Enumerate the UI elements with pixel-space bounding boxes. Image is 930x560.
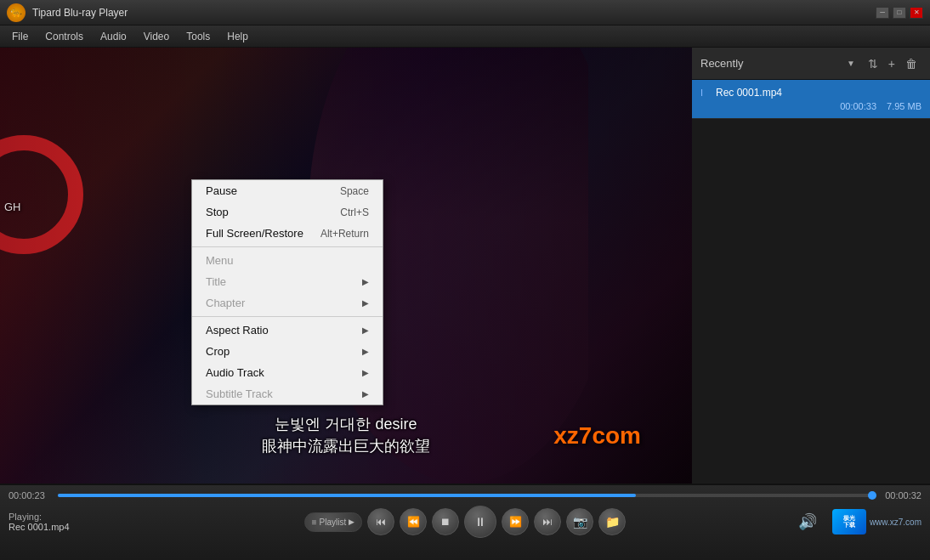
ctx-pause-label: Pause: [206, 184, 323, 197]
menu-bar: File Controls Audio Video Tools Help: [0, 25, 930, 48]
ctx-pause-shortcut: Space: [340, 185, 369, 197]
controls-row: Playing: Rec 0001.mp4 ≡ Playlist ▶ ⏮ ⏪ ⏹…: [0, 502, 930, 541]
ctx-stop-shortcut: Ctrl+S: [340, 206, 369, 218]
title-bar: 🐆 Tipard Blu-ray Player ─ □ ✕: [0, 0, 930, 25]
ctx-crop[interactable]: Crop ▶: [192, 341, 383, 362]
ctx-menu[interactable]: Menu: [192, 250, 383, 271]
ctx-crop-arrow: ▶: [362, 347, 369, 356]
rewind-button[interactable]: ⏪: [400, 508, 427, 535]
playlist-item-duration: 00:00:33: [840, 101, 876, 111]
sidebar-header: Recently ▼ ⇅ + 🗑: [692, 48, 930, 80]
open-folder-button[interactable]: 📁: [598, 508, 626, 535]
sidebar: Recently ▼ ⇅ + 🗑 I Rec 0001.mp4 00:00:33…: [692, 48, 930, 484]
brand-logo-area: 极光下载 www.xz7.com: [832, 509, 921, 535]
playlist-item-num: I: [700, 88, 711, 98]
ctx-separator-2: [192, 316, 383, 317]
ctx-title-arrow: ▶: [362, 277, 369, 286]
ctx-audio-track-label: Audio Track: [206, 366, 362, 379]
maximize-button[interactable]: □: [893, 7, 906, 19]
recently-dropdown-icon[interactable]: ▼: [847, 59, 855, 68]
ctx-pause[interactable]: Pause Space: [192, 180, 383, 201]
menu-help[interactable]: Help: [218, 29, 257, 44]
menu-video[interactable]: Video: [135, 29, 178, 44]
main-area: GH 눈빛엔 거대한 desire 眼神中流露出巨大的欲望 xz7com Pau…: [0, 48, 930, 484]
bottom-controls: 00:00:23 00:00:32 Playing: Rec 0001.mp4 …: [0, 484, 930, 560]
ctx-aspect-ratio[interactable]: Aspect Ratio ▶: [192, 320, 383, 341]
progress-fill: [58, 494, 636, 497]
menu-tools[interactable]: Tools: [178, 29, 218, 44]
ctx-subtitle-track[interactable]: Subtitle Track ▶: [192, 383, 383, 404]
ctx-fullscreen[interactable]: Full Screen/Restore Alt+Return: [192, 223, 383, 244]
ctx-audio-track[interactable]: Audio Track ▶: [192, 362, 383, 383]
ctx-fullscreen-shortcut: Alt+Return: [320, 228, 369, 240]
stop-button[interactable]: ⏹: [432, 508, 459, 535]
brand-logo-text: 极光下载: [843, 515, 855, 529]
playing-label: Playing:: [9, 512, 304, 522]
playlist-btn-arrow: ▶: [349, 518, 354, 526]
ctx-stop-label: Stop: [206, 206, 323, 218]
ctx-chapter-label: Chapter: [206, 297, 362, 309]
progress-bar-area: 00:00:23 00:00:32: [0, 485, 930, 502]
brand-logo: 极光下载: [832, 509, 866, 535]
progress-track[interactable]: [58, 494, 872, 497]
fast-forward-button[interactable]: ⏩: [502, 508, 529, 535]
ctx-title-label: Title: [206, 275, 362, 288]
now-playing-info: Playing: Rec 0001.mp4: [9, 512, 304, 532]
sort-icon[interactable]: ⇅: [864, 55, 882, 72]
playlist-item-size: 7.95 MB: [887, 101, 921, 111]
snapshot-button[interactable]: 📷: [566, 508, 593, 535]
ctx-chapter-arrow: ▶: [362, 298, 369, 308]
menu-file[interactable]: File: [3, 29, 37, 44]
window-controls: ─ □ ✕: [876, 7, 923, 19]
playlist-label: Playlist: [320, 518, 347, 527]
volume-icon[interactable]: 🔊: [798, 512, 817, 531]
playlist-item-top: I Rec 0001.mp4: [700, 87, 921, 99]
playlist-item-info: 00:00:33 7.95 MB: [700, 101, 921, 111]
playlist-item-name: Rec 0001.mp4: [716, 87, 921, 99]
playlist-icon: ≡: [312, 518, 317, 527]
add-to-playlist-button[interactable]: +: [884, 55, 899, 72]
ctx-chapter[interactable]: Chapter ▶: [192, 292, 383, 314]
playlist-item[interactable]: I Rec 0001.mp4 00:00:33 7.95 MB: [692, 80, 930, 119]
ctx-stop[interactable]: Stop Ctrl+S: [192, 201, 383, 223]
delete-from-playlist-button[interactable]: 🗑: [901, 55, 921, 72]
ctx-separator-1: [192, 246, 383, 247]
progress-thumb: [868, 491, 876, 500]
ctx-crop-label: Crop: [206, 345, 362, 358]
minimize-button[interactable]: ─: [876, 7, 889, 19]
brand-url: www.xz7.com: [870, 518, 921, 527]
video-text-deco: GH: [4, 201, 21, 213]
menu-controls[interactable]: Controls: [37, 29, 92, 44]
close-button[interactable]: ✕: [910, 7, 923, 19]
playlist-area: I Rec 0001.mp4 00:00:33 7.95 MB: [692, 80, 930, 484]
right-controls: 🔊 极光下载 www.xz7.com: [626, 509, 921, 535]
playing-file: Rec 0001.mp4: [9, 522, 304, 532]
ctx-subtitle-track-label: Subtitle Track: [206, 387, 362, 400]
app-logo-icon: 🐆: [7, 3, 26, 22]
video-area[interactable]: GH 눈빛엔 거대한 desire 眼神中流露出巨大的欲望 xz7com Pau…: [0, 48, 692, 484]
time-total: 00:00:32: [879, 490, 921, 501]
menu-audio[interactable]: Audio: [92, 29, 135, 44]
playlist-button[interactable]: ≡ Playlist ▶: [304, 512, 363, 532]
app-title: Tipard Blu-ray Player: [32, 7, 876, 19]
ctx-menu-label: Menu: [206, 254, 369, 267]
ctx-aspect-ratio-arrow: ▶: [362, 325, 369, 335]
prev-chapter-button[interactable]: ⏮: [367, 508, 394, 535]
context-menu: Pause Space Stop Ctrl+S Full Screen/Rest…: [191, 179, 383, 405]
playback-controls: ≡ Playlist ▶ ⏮ ⏪ ⏹ ⏸ ⏩ ⏭ 📷 📁: [304, 506, 627, 538]
ctx-fullscreen-label: Full Screen/Restore: [206, 227, 303, 240]
time-elapsed: 00:00:23: [9, 490, 51, 501]
ctx-subtitle-track-arrow: ▶: [362, 389, 369, 399]
watermark: xz7com: [553, 422, 641, 450]
next-chapter-button[interactable]: ⏭: [534, 508, 561, 535]
play-pause-button[interactable]: ⏸: [464, 506, 496, 538]
recently-label: Recently: [700, 57, 847, 70]
ctx-audio-track-arrow: ▶: [362, 368, 369, 377]
ctx-aspect-ratio-label: Aspect Ratio: [206, 324, 362, 337]
ctx-title[interactable]: Title ▶: [192, 271, 383, 292]
